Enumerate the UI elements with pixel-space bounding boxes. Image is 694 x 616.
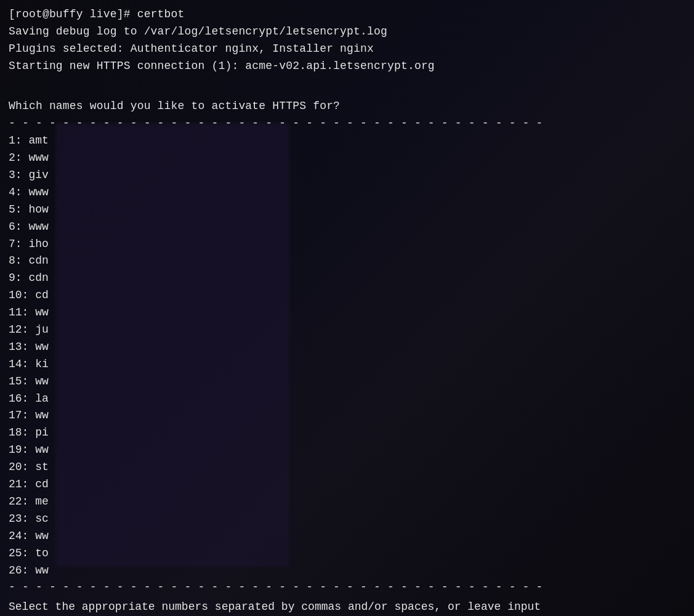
list-item-21: 21: cd (9, 476, 685, 493)
list-item-1: 1: amt (9, 132, 685, 150)
list-item-12: 12: ju (9, 322, 685, 339)
list-item-19: 19: ww (9, 442, 685, 459)
list-item-15: 15: ww (9, 373, 685, 391)
terminal-window: [root@buffy live]# certbot Saving debug … (0, 0, 694, 616)
list-item-3: 3: giv (9, 167, 685, 184)
list-item-13: 13: ww (9, 339, 685, 356)
list-item-8: 8: cdn (9, 253, 685, 270)
list-item-5: 5: how (9, 201, 685, 219)
list-item-18: 18: pi (9, 424, 685, 442)
list-item-16: 16: la (9, 391, 685, 408)
list-item-14: 14: ki (9, 356, 685, 373)
info-line-2: Plugins selected: Authenticator nginx, I… (9, 41, 685, 58)
list-item-7: 7: iho (9, 236, 685, 253)
list-item-26: 26: ww (9, 562, 685, 580)
list-item-4: 4: www (9, 184, 685, 201)
bottom-separator: - - - - - - - - - - - - - - - - - - - - … (9, 579, 685, 596)
top-separator: - - - - - - - - - - - - - - - - - - - - … (9, 115, 685, 132)
list-item-23: 23: sc (9, 511, 685, 528)
list-item-20: 20: st (9, 459, 685, 476)
info-line-3: Starting new HTTPS connection (1): acme-… (9, 58, 685, 75)
list-item-11: 11: ww (9, 304, 685, 322)
list-item-17: 17: ww (9, 407, 685, 424)
list-item-6: 6: www (9, 219, 685, 236)
list-item-25: 25: to (9, 545, 685, 562)
list-item-10: 10: cd (9, 287, 685, 304)
list-item-9: 9: cdn (9, 270, 685, 287)
list-item-22: 22: me (9, 493, 685, 511)
list-item-2: 2: www (9, 150, 685, 167)
list-item-24: 24: ww (9, 528, 685, 545)
bottom-section: Select the appropriate numbers separated… (9, 599, 685, 616)
blank-line-1 (9, 75, 685, 92)
info-line-1: Saving debug log to /var/log/letsencrypt… (9, 23, 685, 41)
prompt-line: [root@buffy live]# certbot (9, 6, 685, 23)
instruction-line-1: Select the appropriate numbers separated… (9, 599, 685, 616)
terminal-content: [root@buffy live]# certbot Saving debug … (9, 6, 685, 616)
question-line: Which names would you like to activate H… (9, 98, 685, 115)
